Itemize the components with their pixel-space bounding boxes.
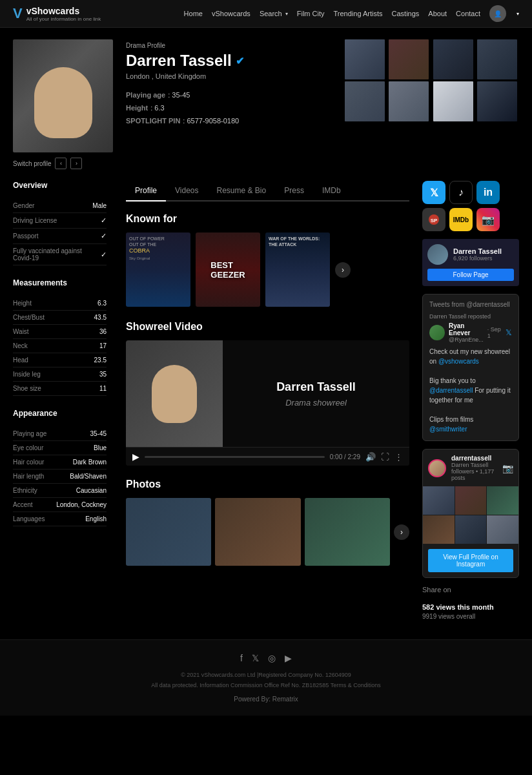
chest-value: 43.5: [94, 314, 107, 321]
grid-photo-8[interactable]: [477, 81, 517, 121]
grid-photo-5[interactable]: [345, 81, 385, 121]
shoe-row: Shoe size 11: [13, 382, 107, 396]
video-progress-bar[interactable]: [145, 456, 325, 458]
instagram-icon[interactable]: 📷: [476, 208, 500, 231]
fb-followers: 6,920 followers: [453, 255, 502, 262]
measurements-section: Measurements Height 6.3 Chest/Bust 43.5 …: [13, 278, 107, 396]
hair-length-row: Hair length Bald/Shaven: [13, 470, 107, 484]
next-profile-button[interactable]: ›: [70, 158, 82, 169]
grid-photo-3[interactable]: [433, 39, 473, 79]
imdb-icon[interactable]: IMDb: [449, 208, 473, 231]
footer-social-icons: f 𝕏 ◎ ▶: [13, 653, 519, 663]
tweet-link-1[interactable]: @vshowcards: [438, 358, 479, 365]
grid-photo-2[interactable]: [389, 39, 429, 79]
footer-facebook-icon[interactable]: f: [240, 653, 243, 663]
volume-icon[interactable]: 🔊: [365, 452, 376, 462]
tweet-date: · Sep 1: [487, 326, 502, 339]
hair-colour-label: Hair colour: [13, 459, 44, 466]
ig-info: darrentassell Darren Tassell followers •…: [451, 455, 497, 481]
tab-imdb[interactable]: IMDb: [313, 181, 350, 202]
meas-height-label: Height: [13, 300, 32, 307]
more-icon[interactable]: ⋮: [394, 452, 403, 462]
social-icons: 𝕏 ♪ in SP IMDb 📷: [422, 181, 519, 231]
tweet-handle: @RyanEne...: [449, 336, 484, 343]
footer-youtube-icon[interactable]: ▶: [285, 653, 292, 663]
chest-row: Chest/Bust 43.5: [13, 311, 107, 325]
ig-photo-6[interactable]: [487, 515, 518, 544]
ethnicity-label: Ethnicity: [13, 487, 37, 494]
tweet-author: Ryan Enever @RyanEne... · Sep 1 𝕏: [429, 322, 512, 343]
play-button[interactable]: ▶: [132, 451, 139, 462]
ig-photo-4[interactable]: [423, 515, 455, 544]
nav-castings[interactable]: Castings: [392, 10, 420, 17]
languages-value: English: [85, 515, 107, 522]
known-for-item-3[interactable]: WAR OF THE WORLDS:THE ATTACK: [265, 232, 330, 307]
tweet-link-2[interactable]: @darrentassell: [429, 387, 473, 394]
nav-film-city[interactable]: Film City: [297, 10, 325, 17]
prev-profile-button[interactable]: ‹: [55, 158, 66, 169]
grid-photo-1[interactable]: [345, 39, 385, 79]
grid-photo-4[interactable]: [477, 39, 517, 79]
tab-resume[interactable]: Resume & Bio: [208, 181, 276, 202]
nav-vshowcards[interactable]: vShowcards: [212, 10, 251, 17]
nav-search[interactable]: Search ▾: [260, 10, 288, 17]
footer-instagram-icon[interactable]: ◎: [268, 653, 276, 663]
ig-photo-5[interactable]: [455, 515, 487, 544]
drama-label: Drama Profile: [126, 42, 332, 49]
tweet-author-info: Ryan Enever @RyanEne...: [449, 322, 484, 343]
known-for-next-button[interactable]: ›: [335, 262, 351, 278]
photo-item-3[interactable]: [305, 498, 390, 566]
grid-photo-6[interactable]: [389, 81, 429, 121]
eye-row: Eye colour Blue: [13, 441, 107, 455]
footer-copyright: © 2021 vShowcards.com Ltd |Registered Co…: [13, 670, 519, 680]
nav-contact[interactable]: Contact: [456, 10, 480, 17]
main-content: Overview Gender Male Driving License ✓ P…: [0, 181, 532, 620]
tab-videos[interactable]: Videos: [166, 181, 207, 202]
driving-check: ✓: [101, 216, 107, 225]
waist-row: Waist 36: [13, 325, 107, 339]
known-for-item-1[interactable]: OUT OF POWEROUT OF THECOBRASky Original: [126, 232, 190, 307]
ig-photo-3[interactable]: [487, 486, 518, 515]
photo-item-1[interactable]: [126, 498, 211, 566]
photo-item-2[interactable]: [215, 498, 300, 566]
driving-label: Driving License: [13, 217, 57, 224]
spotlight-icon[interactable]: SP: [422, 208, 445, 231]
meas-height-row: Height 6.3: [13, 296, 107, 311]
overview-title: Overview: [13, 181, 107, 192]
twitter-icon[interactable]: 𝕏: [422, 181, 445, 204]
nav-trending[interactable]: Trending Artists: [334, 10, 383, 17]
ig-view-full-button[interactable]: View Full Profile on Instagram: [428, 549, 513, 572]
tab-press[interactable]: Press: [275, 181, 313, 202]
gender-row: Gender Male: [13, 199, 107, 213]
fb-follow-button[interactable]: Follow Page: [427, 269, 514, 281]
ig-followers: followers • 1,177 posts: [451, 468, 497, 481]
video-ctrl-icons: 🔊 ⛶ ⋮: [365, 452, 403, 462]
head-row: Head 23.5: [13, 353, 107, 367]
hair-length-label: Hair length: [13, 473, 44, 480]
showreel-title: Showreel Video: [126, 321, 409, 333]
showreel-video[interactable]: Darren Tassell Drama showreel: [126, 340, 409, 447]
ig-photo-1[interactable]: [423, 486, 455, 515]
gender-value: Male: [92, 202, 107, 209]
tweet-link-3[interactable]: @smithwriter: [429, 426, 467, 433]
footer-twitter-icon[interactable]: 𝕏: [252, 653, 259, 663]
tiktok-icon[interactable]: ♪: [449, 181, 473, 204]
logo[interactable]: V vShowcards All of your information in …: [13, 5, 101, 22]
user-menu-chevron-icon: ▾: [517, 11, 519, 17]
footer: f 𝕏 ◎ ▶ © 2021 vShowcards.com Ltd |Regis…: [0, 639, 532, 716]
head-label: Head: [13, 356, 28, 364]
linkedin-icon[interactable]: in: [476, 181, 500, 204]
ig-photo-2[interactable]: [455, 486, 487, 515]
tab-profile[interactable]: Profile: [126, 181, 166, 202]
grid-photo-7[interactable]: [433, 81, 473, 121]
fullscreen-icon[interactable]: ⛶: [381, 452, 389, 462]
known-for-item-2[interactable]: BESTGEEZER: [196, 232, 260, 307]
video-actor-name: Darren Tassell: [276, 380, 356, 394]
nav-home[interactable]: Home: [184, 10, 203, 17]
nav-about[interactable]: About: [428, 10, 447, 17]
fb-avatar: [427, 244, 448, 265]
waist-value: 36: [99, 328, 107, 335]
ig-photo-grid: [423, 486, 518, 544]
user-avatar[interactable]: 👤: [489, 5, 506, 22]
photos-next-button[interactable]: ›: [394, 524, 409, 540]
